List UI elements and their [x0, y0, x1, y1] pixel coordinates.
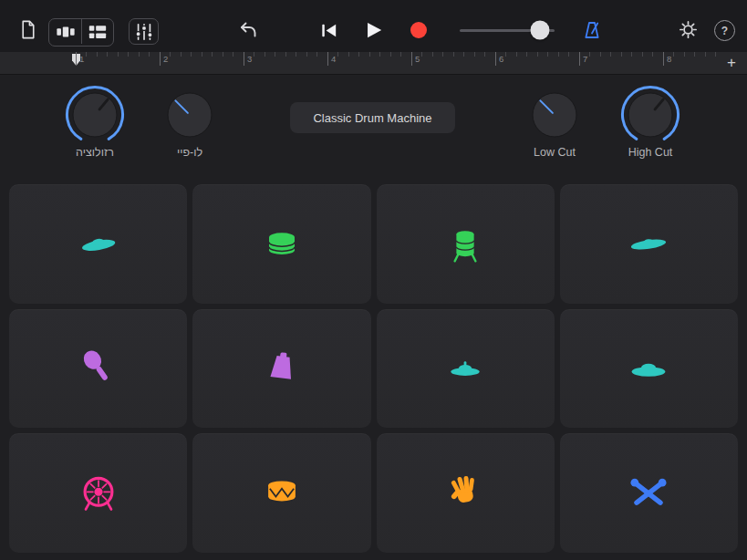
settings-button[interactable]	[678, 19, 699, 40]
knob-lo-fi-dial[interactable]	[159, 84, 221, 146]
knob-high-cut-dial[interactable]	[619, 84, 681, 146]
drum-pad-cowbell[interactable]	[192, 309, 370, 429]
snare-drum-icon	[256, 219, 307, 270]
add-bars-button[interactable]: +	[721, 52, 742, 74]
knob-high-cut[interactable]: High Cut	[596, 84, 705, 160]
ruler-number-7: 7	[579, 55, 587, 64]
gear-icon	[678, 19, 699, 40]
song-document-button[interactable]	[17, 19, 38, 40]
help-button[interactable]: ?	[714, 20, 735, 41]
garageband-drum-machine-screen: ? 12345678 + רזולוציהלו-פייLow CutHigh C…	[0, 0, 747, 560]
smart-controls-button[interactable]	[129, 18, 159, 45]
ruler-number-1: 1	[76, 55, 84, 64]
record-button[interactable]	[407, 18, 431, 42]
help-icon: ?	[714, 20, 735, 41]
drum-pad-ride-cymbal[interactable]	[9, 184, 187, 304]
ruler-number-6: 6	[495, 55, 503, 64]
play-button[interactable]	[361, 18, 385, 42]
drum-pad-crash-cymbal[interactable]	[560, 184, 738, 304]
volume-slider-thumb[interactable]	[531, 21, 550, 40]
skip-to-start-button[interactable]	[318, 20, 339, 41]
shaker-icon	[73, 343, 124, 394]
hand-clap-icon	[440, 468, 491, 519]
kick-drum-icon	[73, 468, 124, 519]
ruler-number-3: 3	[244, 55, 252, 64]
view-toggle-group	[48, 18, 114, 47]
pattern-view-icon	[56, 22, 76, 42]
drum-pad-kick-drum[interactable]	[9, 433, 187, 553]
pattern-view-button[interactable]	[49, 19, 81, 44]
ruler-ticks	[76, 52, 720, 57]
undo-button[interactable]	[237, 19, 259, 41]
drum-pad-marching-snare[interactable]	[192, 433, 370, 553]
knob-lo-fi-label: לו-פיי	[177, 147, 202, 160]
ruler-number-2: 2	[160, 55, 168, 64]
faders-icon	[134, 22, 154, 42]
marching-snare-icon	[256, 468, 307, 519]
metronome-button[interactable]	[581, 19, 603, 41]
instrument-name-button[interactable]: Classic Drum Machine	[290, 102, 455, 133]
metronome-icon	[581, 19, 603, 41]
knob-high-cut-label: High Cut	[628, 147, 673, 160]
tracks-view-icon	[88, 22, 108, 42]
skip-to-start-icon	[318, 20, 339, 41]
knob-low-cut-label: Low Cut	[534, 147, 576, 160]
knob-resolution-dial[interactable]	[64, 84, 126, 146]
drum-pad-hi-hat-open[interactable]	[560, 309, 738, 429]
knob-lo-fi[interactable]: לו-פיי	[135, 84, 244, 160]
drum-pad-shaker[interactable]	[9, 309, 187, 429]
knob-resolution[interactable]: רזולוציה	[40, 84, 150, 160]
drum-pad-hand-clap[interactable]	[377, 433, 555, 553]
instrument-name: Classic Drum Machine	[313, 111, 431, 125]
drum-pad-hi-hat-closed[interactable]	[377, 309, 555, 429]
volume-slider[interactable]	[460, 21, 555, 39]
undo-icon	[237, 19, 259, 41]
play-icon	[361, 18, 385, 42]
tracks-view-button[interactable]	[81, 19, 113, 44]
ruler-number-8: 8	[663, 55, 671, 64]
drumsticks-icon	[623, 468, 674, 519]
knob-resolution-label: רזולוציה	[76, 147, 114, 160]
knob-low-cut[interactable]: Low Cut	[500, 84, 609, 160]
cowbell-icon	[256, 343, 307, 394]
timeline-ruler[interactable]: 12345678 +	[0, 52, 747, 75]
record-icon	[407, 18, 431, 42]
ruler-number-4: 4	[327, 55, 336, 64]
drum-pad-snare-drum[interactable]	[192, 184, 370, 304]
document-icon	[17, 19, 38, 40]
toolbar: ?	[0, 0, 747, 52]
hi-hat-closed-icon	[440, 343, 491, 394]
drum-pad-floor-tom[interactable]	[377, 184, 555, 304]
hi-hat-open-icon	[623, 343, 674, 394]
floor-tom-icon	[440, 219, 491, 270]
crash-cymbal-icon	[623, 219, 674, 270]
knob-low-cut-dial[interactable]	[524, 84, 586, 146]
drum-pad-drumsticks[interactable]	[560, 433, 738, 553]
drum-pad-grid	[9, 184, 738, 553]
ruler-number-5: 5	[411, 55, 420, 64]
ride-cymbal-icon	[73, 219, 124, 270]
